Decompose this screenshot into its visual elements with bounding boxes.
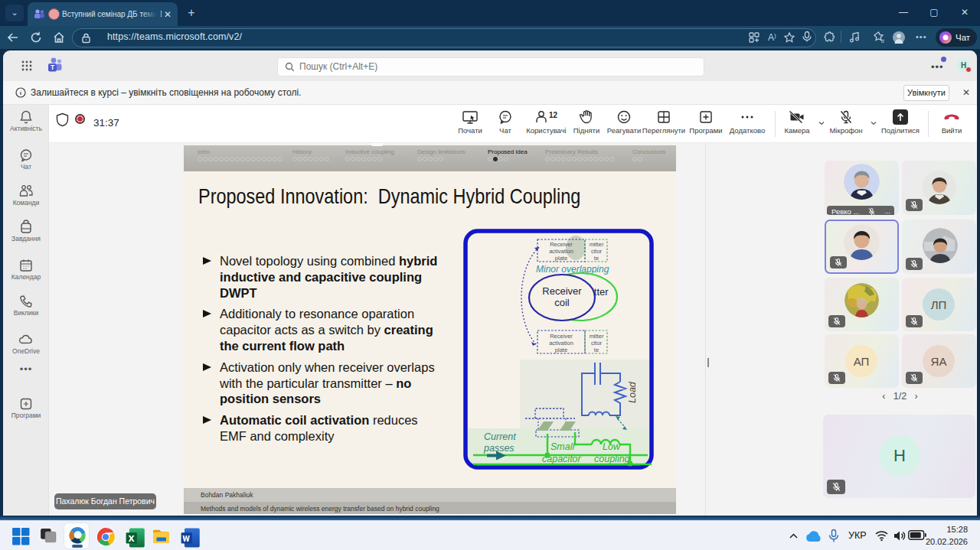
svg-text:te: te [594, 255, 599, 262]
svg-text:coupling: coupling [594, 454, 630, 464]
svg-text:mitter: mitter [590, 333, 604, 340]
svg-text:coil: coil [554, 297, 570, 308]
svg-text:12: 12 [549, 111, 558, 119]
svg-text:te: te [594, 347, 599, 353]
svg-text:Low: Low [603, 441, 621, 452]
svg-text:citor: citor [591, 248, 603, 255]
svg-text:Receiver: Receiver [542, 285, 582, 297]
svg-text:capacitor: capacitor [542, 454, 582, 464]
svg-text:plate: plate [555, 347, 567, 353]
svg-text:citor: citor [591, 340, 603, 347]
svg-text:mitter: mitter [590, 241, 604, 248]
svg-text:passes: passes [483, 443, 514, 454]
svg-text:T: T [51, 63, 55, 71]
svg-text:Current: Current [484, 431, 516, 442]
svg-text:Small: Small [550, 441, 575, 452]
svg-text:Receiver: Receiver [550, 241, 573, 248]
svg-text:activation: activation [549, 248, 573, 255]
svg-text:activation: activation [549, 340, 573, 347]
svg-text:Load: Load [627, 381, 638, 403]
svg-text:Receiver: Receiver [550, 333, 573, 340]
svg-text:plate: plate [555, 255, 567, 262]
